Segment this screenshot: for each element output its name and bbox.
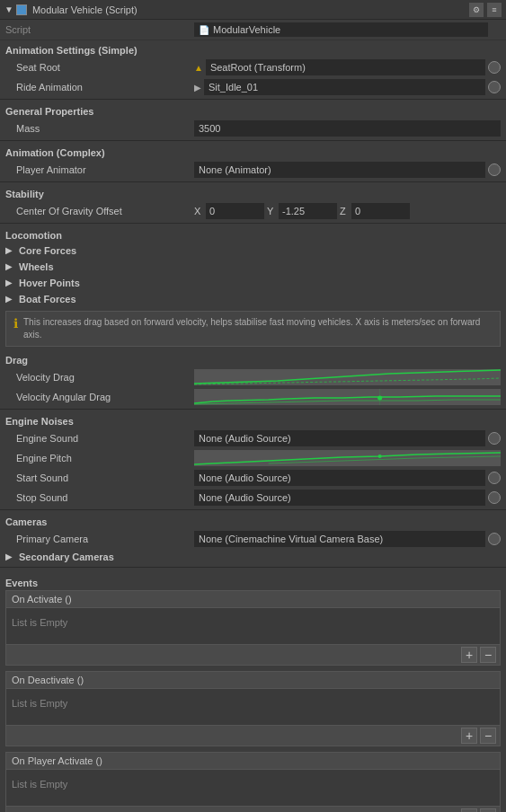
general-header: General Properties xyxy=(0,102,506,119)
seat-root-row: Seat Root ▲ SeatRoot (Transform) xyxy=(0,57,506,77)
velocity-drag-label: Velocity Drag xyxy=(5,372,194,383)
stop-sound-pick-btn[interactable] xyxy=(488,491,501,504)
y-label: Y xyxy=(267,206,276,216)
seat-root-field: ▲ SeatRoot (Transform) xyxy=(194,59,501,75)
boat-forces-row[interactable]: ▶ Boat Forces xyxy=(0,291,506,307)
velocity-angular-drag-label: Velocity Angular Drag xyxy=(5,392,194,402)
engine-sound-pick-btn[interactable] xyxy=(488,432,501,445)
player-animator-field: None (Animator) xyxy=(194,162,501,178)
core-forces-label: Core Forces xyxy=(19,245,76,256)
mass-field xyxy=(194,120,501,137)
on-player-activate-box: On Player Activate () List is Empty + − xyxy=(5,752,501,812)
anim-icon: ▶ xyxy=(194,83,201,93)
mass-input[interactable] xyxy=(194,120,501,137)
on-deactivate-empty: List is Empty xyxy=(12,693,494,713)
mass-label: Mass xyxy=(5,123,194,134)
velocity-angular-drag-field xyxy=(194,389,501,405)
hover-points-row[interactable]: ▶ Hover Points xyxy=(0,275,506,291)
start-sound-field: None (Audio Source) xyxy=(194,470,501,486)
boat-forces-arrow: ▶ xyxy=(5,294,16,304)
on-deactivate-footer: + − xyxy=(6,725,500,746)
on-player-activate-remove-btn[interactable]: − xyxy=(480,808,496,812)
wheels-row[interactable]: ▶ Wheels xyxy=(0,259,506,275)
stop-sound-input[interactable]: None (Audio Source) xyxy=(194,490,485,506)
on-player-activate-body: List is Empty xyxy=(6,770,500,806)
start-sound-input[interactable]: None (Audio Source) xyxy=(194,470,485,486)
cog-z-input[interactable] xyxy=(351,203,410,219)
start-sound-row: Start Sound None (Audio Source) xyxy=(0,468,506,488)
on-deactivate-body: List is Empty xyxy=(6,689,500,725)
menu-icon-btn[interactable]: ≡ xyxy=(487,3,502,17)
ride-animation-field: ▶ Sit_Idle_01 xyxy=(194,79,501,95)
seat-root-input[interactable]: SeatRoot (Transform) xyxy=(206,59,485,75)
engine-sound-input[interactable]: None (Audio Source) xyxy=(194,430,485,446)
hover-points-arrow: ▶ xyxy=(5,278,16,288)
on-deactivate-remove-btn[interactable]: − xyxy=(480,728,496,744)
info-icon: ℹ xyxy=(13,316,18,331)
title-bar: ▼ Modular Vehicle (Script) ⚙ ≡ xyxy=(0,0,506,20)
stop-sound-label: Stop Sound xyxy=(5,492,194,503)
on-activate-header: On Activate () xyxy=(6,591,500,608)
on-activate-add-btn[interactable]: + xyxy=(461,647,477,663)
velocity-angular-drag-curve[interactable] xyxy=(194,389,501,405)
info-box: ℹ This increases drag based on forward v… xyxy=(5,311,501,347)
velocity-drag-curve[interactable] xyxy=(194,369,501,385)
ride-animation-input[interactable]: Sit_Idle_01 xyxy=(204,79,485,95)
cog-xyz-field: X Y Z xyxy=(194,203,501,219)
primary-camera-field: None (Cinemachine Virtual Camera Base) xyxy=(194,531,501,547)
on-player-activate-add-btn[interactable]: + xyxy=(461,808,477,812)
on-deactivate-add-btn[interactable]: + xyxy=(461,728,477,744)
start-sound-pick-btn[interactable] xyxy=(488,472,501,484)
ride-animation-pick-btn[interactable] xyxy=(488,81,501,93)
on-activate-body: List is Empty xyxy=(6,608,500,644)
secondary-cameras-row[interactable]: ▶ Secondary Cameras xyxy=(0,549,506,565)
engine-pitch-row: Engine Pitch xyxy=(0,448,506,468)
on-activate-box: On Activate () List is Empty + − xyxy=(5,590,501,666)
wheels-arrow: ▶ xyxy=(5,261,16,272)
engine-sound-label: Engine Sound xyxy=(5,433,194,444)
engine-pitch-field xyxy=(194,450,501,466)
cameras-header: Cameras xyxy=(0,512,506,529)
wheels-label: Wheels xyxy=(19,261,54,272)
primary-camera-label: Primary Camera xyxy=(5,534,194,544)
events-section: Events On Activate () List is Empty + − … xyxy=(0,569,506,812)
settings-icon-btn[interactable]: ⚙ xyxy=(469,3,484,17)
on-activate-empty: List is Empty xyxy=(12,613,494,632)
hover-points-label: Hover Points xyxy=(19,278,80,288)
primary-camera-input[interactable]: None (Cinemachine Virtual Camera Base) xyxy=(194,531,485,547)
on-player-activate-empty: List is Empty xyxy=(12,774,494,794)
player-animator-input[interactable]: None (Animator) xyxy=(194,162,485,178)
cog-x-input[interactable] xyxy=(206,203,264,219)
stop-sound-field: None (Audio Source) xyxy=(194,490,501,506)
secondary-cameras-label: Secondary Cameras xyxy=(19,552,114,562)
cog-y-input[interactable] xyxy=(279,203,337,219)
z-label: Z xyxy=(340,206,349,216)
stop-sound-row: Stop Sound None (Audio Source) xyxy=(0,488,506,508)
player-animator-pick-btn[interactable] xyxy=(488,163,501,176)
window-collapse-arrow[interactable]: ▼ xyxy=(4,4,13,14)
on-activate-remove-btn[interactable]: − xyxy=(480,647,496,663)
engine-noises-header: Engine Noises xyxy=(0,411,506,428)
window-title: Modular Vehicle (Script) xyxy=(32,4,469,15)
svg-point-5 xyxy=(378,455,382,458)
ride-animation-row: Ride Animation ▶ Sit_Idle_01 xyxy=(0,77,506,97)
title-bar-icons: ▼ xyxy=(4,4,27,15)
core-forces-arrow: ▶ xyxy=(5,245,16,256)
events-header: Events xyxy=(5,573,501,590)
seat-root-pick-btn[interactable] xyxy=(488,61,501,74)
script-value-box: 📄 ModularVehicle xyxy=(194,22,488,37)
seat-root-label: Seat Root xyxy=(5,62,194,73)
script-file-icon: 📄 xyxy=(199,25,209,35)
script-row: Script 📄 ModularVehicle xyxy=(0,20,506,40)
svg-rect-4 xyxy=(194,450,501,466)
enabled-checkbox[interactable] xyxy=(16,4,27,15)
start-sound-label: Start Sound xyxy=(5,472,194,483)
engine-pitch-label: Engine Pitch xyxy=(5,453,194,463)
engine-sound-row: Engine Sound None (Audio Source) xyxy=(0,428,506,448)
script-label: Script xyxy=(5,24,194,35)
engine-pitch-curve[interactable] xyxy=(194,450,501,466)
core-forces-row[interactable]: ▶ Core Forces xyxy=(0,243,506,259)
primary-camera-pick-btn[interactable] xyxy=(488,533,501,545)
animation-complex-header: Animation (Complex) xyxy=(0,143,506,160)
svg-point-3 xyxy=(377,396,382,401)
